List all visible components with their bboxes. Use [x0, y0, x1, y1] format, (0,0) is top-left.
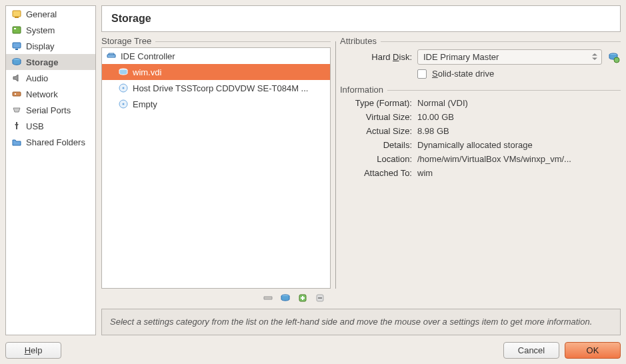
tree-item-empty[interactable]: Empty — [102, 96, 330, 112]
sidebar-label: USB — [26, 121, 44, 131]
sidebar-item-serial-ports[interactable]: Serial Ports — [6, 102, 95, 118]
vertical-separator — [331, 36, 340, 305]
audio-icon — [11, 73, 22, 83]
add-controller-button[interactable] — [261, 291, 275, 305]
optical-disc-icon — [118, 83, 129, 93]
page-title: Storage — [101, 5, 621, 32]
sidebar-label: Audio — [26, 73, 48, 83]
tree-controller-row[interactable]: IDE Controller — [102, 48, 330, 64]
information-label: Information — [340, 85, 383, 96]
svg-rect-2 — [13, 27, 21, 33]
svg-point-14 — [123, 103, 125, 105]
content-row: Storage Tree IDE Controller wim.vdi Host… — [101, 36, 621, 305]
tree-item-host-drive[interactable]: Host Drive TSSTcorp CDDVDW SE-T084M ... — [102, 80, 330, 96]
sidebar-item-storage[interactable]: Storage — [6, 54, 95, 70]
svg-rect-7 — [13, 92, 21, 96]
usb-icon — [11, 121, 22, 131]
controller-icon — [106, 51, 117, 61]
info-row-actual-size: Actual Size:8.98 GB — [340, 124, 621, 138]
svg-rect-4 — [13, 43, 21, 48]
sidebar-item-system[interactable]: System — [6, 22, 95, 38]
ok-button[interactable]: OK — [565, 342, 621, 359]
svg-point-12 — [123, 87, 125, 89]
sidebar-item-display[interactable]: Display — [6, 38, 95, 54]
add-hard-disk-button[interactable] — [279, 291, 292, 305]
sidebar-item-audio[interactable]: Audio — [6, 70, 95, 86]
dialog-button-row: Help Cancel OK — [5, 335, 621, 359]
sidebar-label: General — [26, 9, 57, 19]
sidebar-item-shared-folders[interactable]: Shared Folders — [6, 134, 95, 150]
sidebar-label: Serial Ports — [26, 105, 71, 115]
remove-attachment-button[interactable] — [313, 291, 327, 305]
sidebar-label: Display — [26, 41, 55, 51]
system-icon — [11, 25, 22, 35]
sidebar-label: Storage — [26, 57, 58, 67]
info-row-attached-to: Attached To:wim — [340, 166, 621, 180]
hard-disk-row: Hard Disk: IDE Primary Master — [340, 47, 621, 67]
svg-rect-9 — [16, 126, 17, 129]
cancel-button[interactable]: Cancel — [503, 342, 559, 359]
hard-disk-icon — [118, 67, 129, 77]
info-row-details: Details:Dynamically allocated storage — [340, 138, 621, 152]
general-icon — [11, 9, 22, 19]
svg-point-19 — [614, 57, 619, 63]
serial-ports-icon — [11, 105, 22, 115]
info-row-virtual-size: Virtual Size:10.00 GB — [340, 110, 621, 124]
info-row-location: Location:/home/wim/VirtualBox VMs/winxp_… — [340, 152, 621, 166]
tree-controller-label: IDE Controller — [121, 51, 175, 61]
right-column: Storage Storage Tree IDE Controller wim.… — [101, 5, 621, 335]
hard-disk-label: Hard Disk: — [340, 52, 412, 62]
sidebar-label: Shared Folders — [26, 137, 85, 147]
tree-item-label: Host Drive TSSTcorp CDDVDW SE-T084M ... — [133, 83, 308, 93]
svg-rect-8 — [15, 93, 16, 95]
settings-sidebar: General System Display Storage Audio Net… — [5, 5, 96, 335]
main-content-row: General System Display Storage Audio Net… — [5, 5, 621, 335]
storage-tree-panel: Storage Tree IDE Controller wim.vdi Host… — [101, 36, 331, 305]
network-icon — [11, 89, 22, 99]
hard-disk-setup-button[interactable] — [607, 51, 621, 64]
storage-icon — [11, 57, 22, 67]
attributes-label: Attributes — [340, 36, 377, 47]
hard-disk-slot-combo[interactable]: IDE Primary Master — [417, 49, 602, 65]
ssd-checkbox[interactable] — [417, 69, 427, 79]
shared-folders-icon — [11, 137, 22, 147]
svg-rect-5 — [15, 49, 18, 50]
hint-text: Select a settings category from the list… — [101, 309, 621, 335]
tree-item-vdi[interactable]: wim.vdi — [102, 64, 330, 80]
storage-tree-toolbar — [101, 289, 331, 305]
tree-item-label: wim.vdi — [133, 67, 161, 77]
sidebar-label: System — [26, 25, 55, 35]
add-attachment-button[interactable] — [296, 291, 309, 305]
help-button[interactable]: Help — [5, 342, 61, 359]
sidebar-item-usb[interactable]: USB — [6, 118, 95, 134]
svg-rect-1 — [15, 17, 19, 18]
optical-disc-icon — [118, 99, 129, 109]
storage-tree[interactable]: IDE Controller wim.vdi Host Drive TSSTco… — [101, 47, 331, 289]
sidebar-label: Network — [26, 89, 58, 99]
tree-item-label: Empty — [133, 99, 157, 109]
attributes-panel: Attributes Hard Disk: IDE Primary Master… — [340, 36, 621, 305]
info-row-type: Type (Format):Normal (VDI) — [340, 96, 621, 110]
storage-tree-label: Storage Tree — [101, 36, 151, 47]
svg-rect-3 — [14, 28, 16, 29]
svg-rect-0 — [13, 11, 21, 17]
sidebar-item-network[interactable]: Network — [6, 86, 95, 102]
sidebar-item-general[interactable]: General — [6, 6, 95, 22]
ssd-label[interactable]: Solid-state drive — [432, 69, 494, 79]
ssd-row: Solid-state drive — [340, 67, 621, 81]
display-icon — [11, 41, 22, 51]
